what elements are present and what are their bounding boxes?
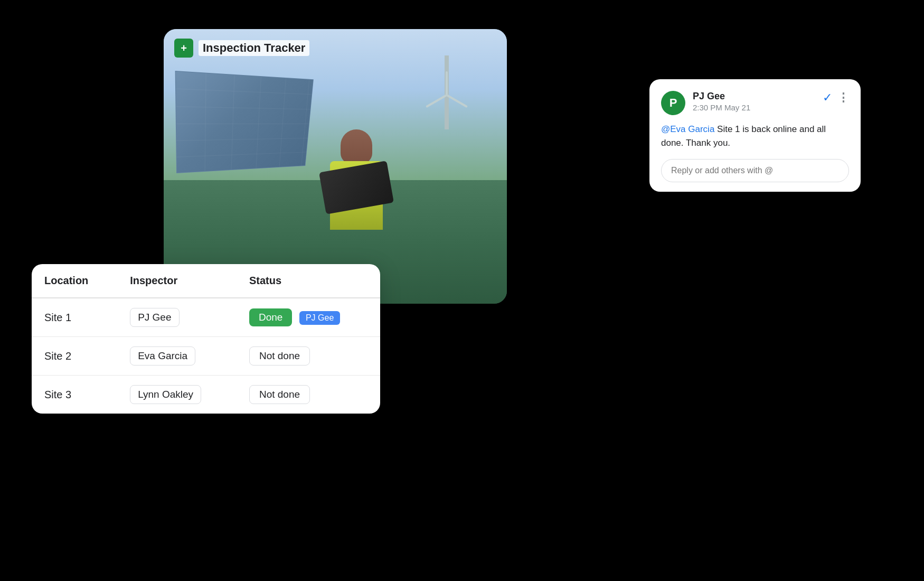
inspection-table-card: Location Inspector Status Site 1 PJ Gee …	[32, 264, 380, 414]
reply-input[interactable]	[661, 159, 849, 182]
status-not-done-badge-2: Not done	[249, 346, 310, 366]
status-not-done-badge-3: Not done	[249, 385, 310, 404]
cell-inspector-1: PJ Gee	[117, 298, 237, 337]
table-row: Site 3 Lynn Oakley Not done	[32, 376, 380, 414]
tracker-logo-icon: +	[174, 39, 193, 58]
inspector-chip-2: Eva Garcia	[130, 346, 195, 366]
wind-turbine-decoration	[445, 55, 449, 129]
tracker-card: + Inspection Tracker	[164, 29, 507, 304]
comment-card: P PJ Gee 2:30 PM May 21 ✓ ⋮ @Eva Garcia …	[649, 79, 861, 192]
col-location: Location	[32, 264, 117, 298]
inspector-chip-3: Lynn Oakley	[130, 385, 201, 404]
comment-header: P PJ Gee 2:30 PM May 21 ✓ ⋮	[661, 91, 849, 115]
col-status: Status	[237, 264, 380, 298]
tracker-header: + Inspection Tracker	[174, 39, 309, 58]
comment-time: 2:30 PM May 21	[693, 103, 815, 112]
cell-location-1: Site 1	[32, 298, 117, 337]
solar-panel-decoration	[175, 71, 314, 173]
status-done-badge: Done	[249, 308, 292, 326]
cell-status-2: Not done	[237, 337, 380, 376]
cell-inspector-3: Lynn Oakley	[117, 376, 237, 414]
comment-author: PJ Gee	[693, 91, 815, 102]
inspector-chip-1: PJ Gee	[130, 308, 179, 327]
table-row: Site 1 PJ Gee Done PJ Gee	[32, 298, 380, 337]
check-icon[interactable]: ✓	[823, 91, 832, 105]
cell-location-2: Site 2	[32, 337, 117, 376]
table-row: Site 2 Eva Garcia Not done	[32, 337, 380, 376]
person-decoration	[304, 124, 409, 261]
avatar: P	[661, 91, 685, 115]
inspection-table: Location Inspector Status Site 1 PJ Gee …	[32, 264, 380, 414]
comment-meta: PJ Gee 2:30 PM May 21	[693, 91, 815, 112]
cell-status-1: Done PJ Gee	[237, 298, 380, 337]
col-inspector: Inspector	[117, 264, 237, 298]
more-options-icon[interactable]: ⋮	[837, 91, 849, 105]
cell-status-3: Not done	[237, 376, 380, 414]
pj-gee-tooltip: PJ Gee	[299, 311, 340, 325]
comment-actions: ✓ ⋮	[823, 91, 849, 105]
cell-inspector-2: Eva Garcia	[117, 337, 237, 376]
tracker-title: Inspection Tracker	[199, 40, 309, 56]
cell-location-3: Site 3	[32, 376, 117, 414]
comment-body: @Eva Garcia Site 1 is back online and al…	[661, 123, 849, 149]
comment-mention: @Eva Garcia	[661, 124, 714, 134]
